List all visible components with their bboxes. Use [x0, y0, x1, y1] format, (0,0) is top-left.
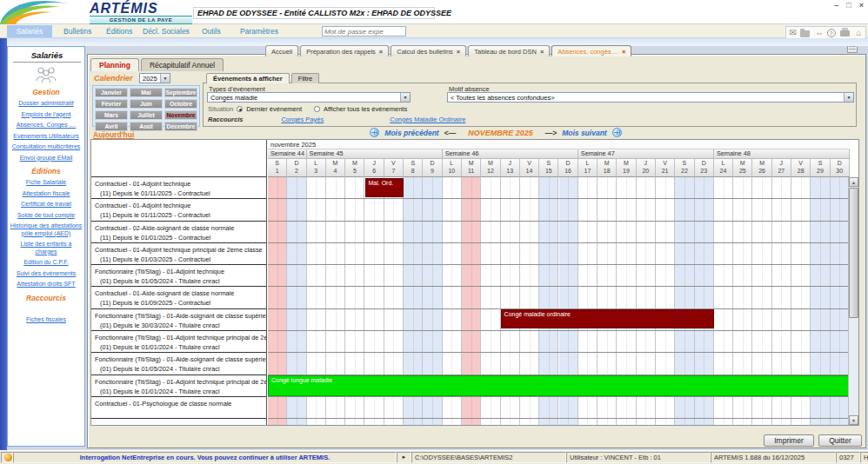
- tab-close-icon[interactable]: ×: [457, 48, 460, 56]
- planning-row[interactable]: [268, 243, 850, 265]
- motif-select[interactable]: < Toutes les absences confondues> ▼: [447, 92, 854, 103]
- sidebar-item-ev-nements-utilisateurs[interactable]: Evénements Utilisateurs: [10, 133, 83, 141]
- minimize-button[interactable]: –: [834, 1, 838, 10]
- folder-icon[interactable]: [800, 28, 811, 38]
- sidebar-item-fiches-fiscales[interactable]: Fiches fiscales: [10, 316, 83, 324]
- scroll-up-button[interactable]: ▲: [849, 177, 858, 187]
- event-type-dropdown-arrow[interactable]: ▼: [400, 93, 410, 102]
- event-bar-cong-maladie-ordinaire[interactable]: Congé maladie ordinaire: [501, 309, 714, 328]
- subtab-planning[interactable]: Planning: [90, 58, 139, 71]
- tab-accueil[interactable]: Accueil: [265, 45, 298, 56]
- transfer-icon[interactable]: ⇔: [813, 28, 825, 38]
- planning-row[interactable]: [268, 199, 850, 221]
- year-dropdown-arrow[interactable]: ▼: [160, 74, 170, 83]
- next-month-globe-icon[interactable]: [612, 128, 622, 137]
- employee-row[interactable]: Contractuel - 01-Psychologue de classe n…: [91, 397, 266, 419]
- sidebar-item-dossier-administratif[interactable]: Dossier administratif: [10, 100, 83, 108]
- menu-item-salari-s[interactable]: Salariés: [7, 25, 52, 37]
- employee-row[interactable]: Fonctionnaire (Tit/Stag) - 01-Adjoint te…: [91, 265, 266, 287]
- tab-tableau-de-bord-dsn[interactable]: Tableau de bord DSN×: [468, 45, 550, 56]
- sidebar-item-attestation-fiscale[interactable]: Attestation fiscale: [10, 190, 83, 198]
- planning-row[interactable]: [268, 397, 850, 419]
- event-type-select[interactable]: Congés maladie ▼: [207, 92, 411, 103]
- employee-row[interactable]: Contractuel - 02-Aide-soignant de classe…: [91, 222, 266, 243]
- month-button-août[interactable]: Août: [130, 122, 163, 131]
- quitter-button[interactable]: Quitter: [818, 434, 862, 447]
- home-icon[interactable]: ⌂: [853, 28, 865, 38]
- shortcut-cong-s-maladie-ordinaire[interactable]: Congés Maladie Ordinaire: [390, 116, 465, 123]
- month-button-janvier[interactable]: Janvier: [95, 88, 128, 97]
- planning-row[interactable]: [268, 288, 850, 309]
- sidebar-item-fiche-salariale[interactable]: Fiche Salariale: [10, 179, 83, 187]
- event-bar-mal-ord-[interactable]: Mal. Ord.: [365, 178, 404, 197]
- menu-item-outils[interactable]: Outils: [197, 25, 225, 37]
- employee-row[interactable]: Contractuel - 01-Adjoint technique(11) D…: [91, 199, 266, 221]
- planning-row[interactable]: [268, 353, 850, 375]
- close-button[interactable]: ×: [859, 1, 864, 10]
- employee-row[interactable]: Fonctionnaire (Tit/Stag) - 01-Aide-soign…: [91, 309, 266, 331]
- employee-row[interactable]: Contractuel - 01-Adjoint technique princ…: [91, 243, 266, 265]
- scrollbar-thumb[interactable]: [849, 188, 858, 318]
- year-select[interactable]: 2025 ▼: [139, 73, 170, 83]
- prev-month-globe-icon[interactable]: [370, 128, 379, 137]
- month-button-octobre[interactable]: Octobre: [164, 99, 197, 109]
- month-button-septembre[interactable]: Septembre: [164, 88, 197, 97]
- month-button-juillet[interactable]: Juillet: [130, 110, 163, 120]
- employee-row[interactable]: Fonctionnaire (Tit/Stag) - 01-Adjoint te…: [91, 375, 266, 397]
- planning-row[interactable]: [268, 265, 850, 287]
- radio-dernier-v-nement[interactable]: [237, 106, 243, 112]
- event-bar-cong-longue-maladie[interactable]: Congé longue maladie: [268, 375, 850, 396]
- tab-calcul-des-bulletins[interactable]: Calcul des bulletins×: [391, 45, 466, 56]
- sidebar-item-attestation-droits-sft[interactable]: Attestation droits SFT: [10, 281, 83, 288]
- sidebar-item-certificat-de-travail[interactable]: Certificat de travail: [10, 201, 83, 209]
- sidebar-item-suivi-des-v-nements[interactable]: Suivi des événements: [10, 270, 83, 278]
- sidebar-item-absences-cong-s-[interactable]: Absences, Congés ....: [10, 122, 83, 129]
- prev-month-link[interactable]: Mois précédent: [384, 129, 438, 137]
- events-tab--v-nements-afficher[interactable]: Événements à afficher: [206, 73, 290, 83]
- radio-afficher-tous-les-v-nements[interactable]: [314, 106, 320, 112]
- month-button-novembre[interactable]: Novembre: [164, 110, 197, 120]
- menu-item--ditions[interactable]: Éditions: [102, 25, 137, 37]
- sidebar-item-envoi-group-email[interactable]: Envoi groupé EMail: [10, 155, 83, 162]
- tab-close-icon[interactable]: ×: [622, 48, 625, 56]
- scroll-down-button[interactable]: ▼: [849, 415, 858, 425]
- imprimer-button[interactable]: Imprimer: [764, 434, 814, 447]
- maximize-button[interactable]: □: [846, 1, 851, 10]
- month-button-mai[interactable]: Mai: [130, 88, 163, 97]
- sidebar-item-solde-de-tout-compte[interactable]: Solde de tout compte: [10, 212, 83, 220]
- motif-dropdown-arrow[interactable]: ▼: [844, 93, 853, 102]
- planning-row[interactable]: [268, 222, 850, 243]
- tab-pr-paration-des-rappels[interactable]: Préparation des rappels×: [300, 45, 389, 56]
- employee-row[interactable]: Fonctionnaire (Tit/Stag) - 01-Aide-soign…: [91, 353, 266, 375]
- menu-item-d-cl-sociales[interactable]: Décl. Sociales: [138, 25, 194, 37]
- menu-item-param-tres[interactable]: Paramètres: [236, 25, 283, 37]
- menu-item-bulletins[interactable]: Bulletins: [59, 25, 96, 37]
- next-month-link[interactable]: Mois suivant: [562, 129, 606, 137]
- month-button-décembre[interactable]: Décembre: [164, 122, 197, 131]
- employee-row[interactable]: Fonctionnaire (Tit/Stag) - 01-Adjoint te…: [91, 331, 266, 353]
- planning-row[interactable]: [268, 177, 850, 199]
- month-button-février[interactable]: Février: [95, 99, 128, 109]
- tab-close-icon[interactable]: ×: [379, 48, 383, 56]
- month-button-juin[interactable]: Juin: [130, 99, 163, 109]
- today-link[interactable]: Aujourd'hui: [93, 130, 134, 139]
- sidebar-item-edition-du-c-p-f-[interactable]: Edition du C.P.F.: [10, 259, 83, 267]
- sidebar-item-historique-des-attestations-p-[interactable]: Historique des attestations pôle emploi …: [10, 222, 83, 237]
- employee-row[interactable]: Contractuel - 01-Adjoint technique(11) D…: [91, 177, 266, 199]
- events-tab-filtre[interactable]: Filtre: [291, 73, 320, 83]
- month-button-mars[interactable]: Mars: [95, 110, 128, 120]
- sidebar-item-liste-des-enfants-charges[interactable]: Liste des enfants à charges: [10, 241, 83, 255]
- sidebar-item-consultation-multicrit-res[interactable]: Consultation multicritères: [10, 143, 83, 151]
- password-input[interactable]: [322, 26, 406, 36]
- tab-close-icon[interactable]: ×: [540, 48, 544, 56]
- vertical-scrollbar[interactable]: ▲ ▼: [848, 177, 858, 425]
- employee-row[interactable]: Contractuel - 01-Aide-soignant de classe…: [91, 287, 266, 308]
- tab-absences-cong-s-[interactable]: Absences, congés ...×: [551, 45, 631, 56]
- mail-icon[interactable]: ✉: [787, 28, 798, 38]
- printer-icon[interactable]: [840, 28, 851, 38]
- shortcut-cong-s-pay-s[interactable]: Congés Payés: [281, 116, 324, 123]
- sidebar-item-emplois-de-l-agent[interactable]: Emplois de l'agent: [10, 111, 83, 119]
- help-icon[interactable]: ?: [827, 28, 838, 38]
- planning-row[interactable]: [268, 331, 850, 353]
- subtab-r-capitulatif-annuel[interactable]: Récapitulatif Annuel: [141, 58, 224, 71]
